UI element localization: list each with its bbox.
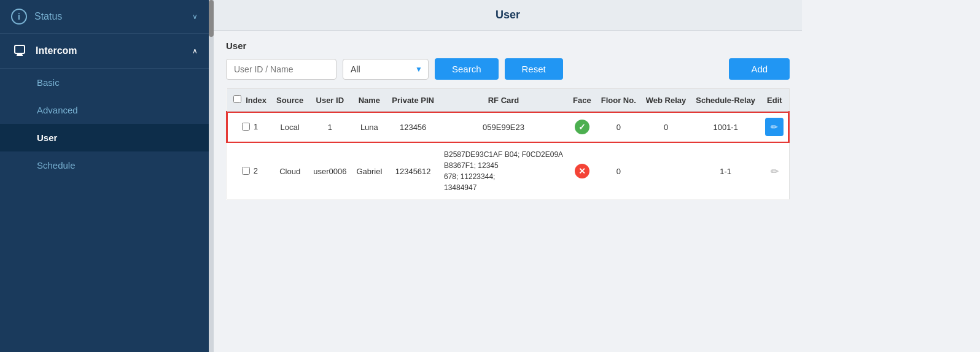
row1-checkbox-cell: 1 [227, 112, 271, 143]
face-check-icon: ✓ [575, 120, 589, 134]
row2-floor-no: 0 [596, 143, 641, 200]
reset-button[interactable]: Reset [505, 58, 563, 80]
status-chevron-icon: ∨ [192, 12, 198, 21]
row1-name: Luna [351, 112, 387, 143]
row2-web-relay [641, 143, 691, 200]
row2-checkbox-cell: 2 [227, 143, 271, 200]
col-web-relay: Web Relay [641, 89, 691, 112]
row2-name: Gabriel [351, 143, 387, 200]
sidebar-nav-advanced[interactable]: Advanced [0, 96, 209, 124]
row1-private-pin: 123456 [387, 112, 439, 143]
col-user-id: User ID [308, 89, 351, 112]
page-title: User [496, 9, 520, 21]
row1-checkbox[interactable] [242, 123, 250, 131]
row1-edit: ✏ [760, 112, 789, 143]
row1-rf-card: 059E99E23 [439, 112, 568, 143]
row2-private-pin: 12345612 [387, 143, 439, 200]
row2-schedule-relay: 1-1 [691, 143, 760, 200]
sidebar-nav-user[interactable]: User [0, 124, 209, 151]
section-title: User [226, 40, 790, 51]
row2-user-id: user0006 [308, 143, 351, 200]
col-floor-no: Floor No. [596, 89, 641, 112]
info-icon: i [11, 9, 27, 25]
sidebar-nav-schedule[interactable]: Schedule [0, 151, 209, 179]
source-filter-wrapper: All Local Cloud ▼ [343, 59, 429, 80]
row1-schedule-relay: 1001-1 [691, 112, 760, 143]
row2-rf-card: B2587DE93C1AF B04; F0CD2E09AB8367F1; 123… [439, 143, 568, 200]
table-header-row: Index Source User ID Name Private PIN RF… [227, 89, 789, 112]
select-all-checkbox[interactable] [233, 95, 241, 103]
col-schedule-relay: Schedule-Relay [691, 89, 760, 112]
col-source: Source [271, 89, 308, 112]
source-filter-select[interactable]: All Local Cloud [343, 59, 429, 80]
sidebar-nav-basic[interactable]: Basic [0, 69, 209, 96]
row2-edit-button[interactable]: ✏ [771, 166, 779, 177]
col-rf-card: RF Card [439, 89, 568, 112]
add-button[interactable]: Add [729, 58, 790, 80]
col-private-pin: Private PIN [387, 89, 439, 112]
row2-edit: ✏ [760, 143, 789, 200]
row2-checkbox[interactable] [242, 167, 250, 175]
row1-web-relay: 0 [641, 112, 691, 143]
col-name: Name [351, 89, 387, 112]
row1-user-id: 1 [308, 112, 351, 143]
col-index-label: Index [246, 96, 266, 105]
row1-floor-no: 0 [596, 112, 641, 143]
sidebar-status-label: Status [34, 11, 192, 22]
search-button[interactable]: Search [435, 58, 499, 80]
sidebar-status[interactable]: i Status ∨ [0, 0, 209, 34]
intercom-chevron-icon: ∧ [192, 47, 198, 55]
row2-index: 2 [254, 166, 258, 175]
col-face: Face [568, 89, 596, 112]
row2-source: Cloud [271, 143, 308, 200]
row1-index: 1 [254, 122, 258, 131]
page-header: User [214, 0, 802, 31]
row1-source: Local [271, 112, 308, 143]
row2-face: ✕ [568, 143, 596, 200]
row1-edit-button[interactable]: ✏ [765, 118, 784, 136]
filter-row: All Local Cloud ▼ Search Reset Add [226, 58, 790, 80]
col-edit: Edit [760, 89, 789, 112]
col-checkbox: Index [227, 89, 271, 112]
table-row: 1 Local 1 Luna 123456 059E99E23 ✓ 0 0 [227, 112, 789, 143]
table-row: 2 Cloud user0006 Gabriel 12345612 B2587D… [227, 143, 789, 200]
intercom-icon [11, 42, 28, 59]
user-table: Index Source User ID Name Private PIN RF… [226, 88, 790, 200]
sidebar-intercom-header[interactable]: Intercom ∧ [0, 34, 209, 69]
row1-face: ✓ [568, 112, 596, 143]
svg-rect-0 [15, 45, 25, 53]
sidebar-intercom-label: Intercom [36, 45, 192, 56]
face-x-icon: ✕ [575, 164, 589, 178]
user-id-name-input[interactable] [226, 59, 336, 80]
